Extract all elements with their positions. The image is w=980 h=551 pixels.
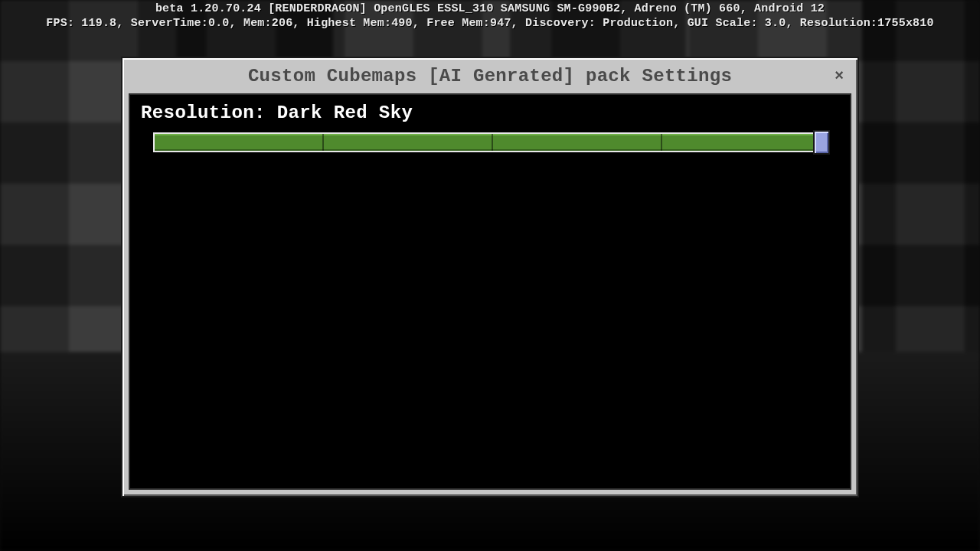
close-icon: × — [835, 67, 844, 84]
settings-window: Custom Cubemaps [AI Genrated] pack Setti… — [121, 57, 859, 497]
window-title: Custom Cubemaps [AI Genrated] pack Setti… — [248, 66, 732, 86]
debug-overlay: beta 1.20.70.24 [RENDERDRAGON] OpenGLES … — [0, 0, 980, 31]
close-button[interactable]: × — [828, 64, 850, 86]
slider-thumb[interactable] — [813, 130, 830, 155]
debug-line-1: beta 1.20.70.24 [RENDERDRAGON] OpenGLES … — [155, 2, 825, 15]
slider-tick — [492, 134, 493, 151]
window-titlebar: Custom Cubemaps [AI Genrated] pack Setti… — [122, 58, 858, 93]
slider-ticks — [153, 132, 830, 152]
resolution-slider[interactable] — [153, 132, 830, 152]
resolution-setting-label: Resolution: Dark Red Sky — [141, 103, 839, 123]
slider-tick — [322, 134, 324, 151]
slider-tick — [661, 134, 662, 151]
debug-line-2: FPS: 119.8, ServerTime:0.0, Mem:206, Hig… — [46, 17, 933, 30]
window-content: Resolution: Dark Red Sky — [129, 93, 851, 490]
